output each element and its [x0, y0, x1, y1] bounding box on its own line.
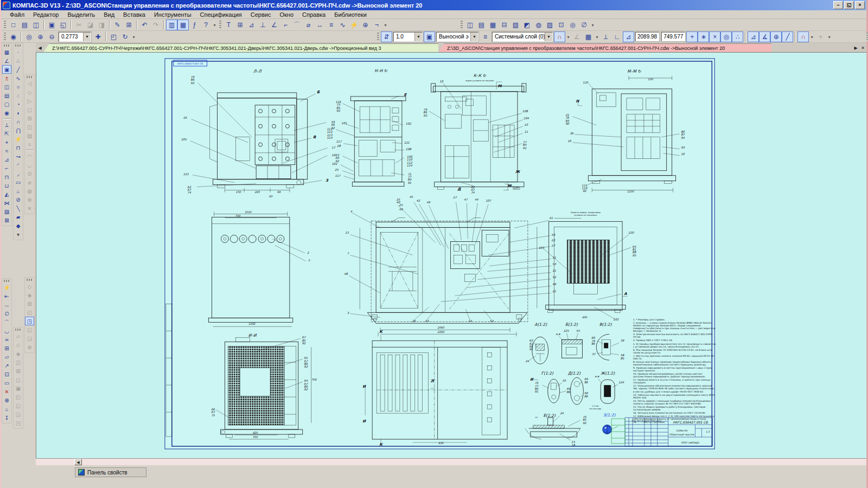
- tool-icon[interactable]: ▾: [14, 230, 23, 239]
- zoom-scale-combo[interactable]: 0.2773 ▼: [59, 32, 91, 42]
- zoom-selected-icon[interactable]: ◉: [8, 31, 19, 42]
- menu-item[interactable]: Файл: [5, 11, 29, 18]
- tool-icon[interactable]: ±: [2, 74, 11, 82]
- menu-item[interactable]: Выделить: [63, 11, 99, 18]
- snap-point-icon[interactable]: ∴: [732, 31, 743, 42]
- spec-remove-icon[interactable]: ⊟: [499, 20, 510, 30]
- scrollbar-track[interactable]: [82, 459, 866, 465]
- tool-icon[interactable]: ◉: [2, 108, 11, 117]
- spec-doc-icon[interactable]: ▨: [544, 20, 556, 30]
- tool-icon[interactable]: ⌂: [14, 187, 23, 195]
- grid-icon[interactable]: ▦: [583, 31, 594, 42]
- spec-list-icon[interactable]: ▤: [476, 20, 487, 30]
- snap-align-icon[interactable]: ╱: [782, 31, 793, 42]
- restore-button[interactable]: ◱: [844, 1, 854, 9]
- menu-item[interactable]: Вставка: [119, 11, 150, 18]
- tool-icon[interactable]: ⇱: [2, 129, 11, 138]
- tool-icon[interactable]: ∩: [14, 117, 23, 126]
- tool-icon[interactable]: ⊗: [2, 396, 11, 404]
- tool-icon[interactable]: ↝: [14, 152, 23, 160]
- snap-center-icon[interactable]: ◎: [720, 31, 732, 42]
- tool-icon[interactable]: ·: [14, 48, 23, 56]
- section-line-icon[interactable]: ¬: [371, 20, 382, 30]
- quick-dimension-icon[interactable]: ⚡: [348, 20, 360, 30]
- tool-icon[interactable]: ≈: [2, 146, 11, 155]
- tool-icon[interactable]: ⇤: [2, 292, 11, 300]
- tool-icon[interactable]: ▤: [2, 91, 11, 100]
- toolbar-grip[interactable]: [377, 33, 379, 41]
- snap-intersection-icon[interactable]: ∗: [698, 31, 709, 42]
- leader-icon[interactable]: ⌐: [280, 20, 291, 30]
- menu-item[interactable]: Библиотеки: [330, 11, 371, 18]
- toolbar-grip[interactable]: [219, 21, 221, 29]
- document-tab-active[interactable]: Z:\3D_ASCON\Станция управления с преобра…: [438, 43, 771, 52]
- tool-icon[interactable]: ∠: [2, 56, 11, 65]
- tab-scroll-right-button[interactable]: ▶: [852, 44, 859, 52]
- wavy-line-icon[interactable]: ∿: [337, 20, 348, 30]
- tile-windows-icon[interactable]: ▦: [177, 20, 189, 30]
- tool-icon[interactable]: ⊘: [14, 195, 23, 204]
- tool-icon[interactable]: ◞: [14, 169, 23, 178]
- tool-icon[interactable]: ∅: [2, 309, 11, 318]
- tool-icon[interactable]: ✕: [2, 387, 11, 396]
- tool-icon[interactable]: ⌖: [2, 138, 11, 146]
- menu-item[interactable]: Редактор: [29, 11, 63, 18]
- tool-icon[interactable]: ⊓: [14, 143, 23, 152]
- close-button[interactable]: ×: [855, 1, 865, 9]
- tool-icon[interactable]: ◜: [14, 160, 23, 169]
- chevron-down-icon[interactable]: ▼: [545, 33, 552, 41]
- text-tool-icon[interactable]: Т: [223, 20, 234, 30]
- toolbar-grip[interactable]: [4, 33, 6, 41]
- drawing-canvas[interactable]: НКГС.656427.001 СБЛ–ЛН–Н ↻К–К ↻экран усл…: [36, 52, 866, 458]
- tool-icon[interactable]: ⋂: [14, 126, 23, 134]
- round-snap-icon[interactable]: ⊿: [623, 31, 634, 42]
- snap-dropdown-icon[interactable]: ▾: [565, 31, 571, 42]
- open-document-icon[interactable]: ▤: [19, 20, 30, 30]
- spec-table-icon[interactable]: ▦: [487, 20, 499, 30]
- toolbar-grip[interactable]: [4, 21, 6, 29]
- layer-combo[interactable]: Системный слой (0) ▼: [492, 32, 553, 42]
- menu-item[interactable]: Справка: [298, 11, 330, 18]
- snap-midpoint-icon[interactable]: ×: [709, 31, 720, 42]
- menu-item[interactable]: Инструменты: [150, 11, 196, 18]
- tool-icon[interactable]: ∴: [14, 56, 23, 65]
- zoom-in-icon[interactable]: ⊕: [35, 31, 46, 42]
- coordinate-y-field[interactable]: 749.577: [661, 32, 685, 41]
- datum-icon[interactable]: ⊥: [257, 20, 269, 30]
- tool-icon[interactable]: ○: [14, 82, 23, 91]
- tool-icon[interactable]: ╱: [14, 65, 23, 74]
- snap-angle-icon[interactable]: ∡: [759, 31, 770, 42]
- local-cs-icon[interactable]: ⟂: [600, 31, 611, 42]
- spec-empty-icon[interactable]: ∅: [578, 20, 590, 30]
- linear-dimension-icon[interactable]: ↔: [314, 20, 326, 30]
- arc-dimension-icon[interactable]: ⌒: [291, 20, 303, 30]
- tool-icon[interactable]: ⊠: [2, 216, 11, 224]
- horizontal-scrollbar[interactable]: ◀: [36, 458, 866, 465]
- new-window-icon[interactable]: ▥: [166, 20, 177, 30]
- spec-edit-icon[interactable]: ▧: [510, 20, 521, 30]
- menu-item[interactable]: Спецификация: [196, 11, 246, 18]
- snap-magnet-icon[interactable]: ∩: [554, 31, 565, 42]
- magnet-dropdown-icon[interactable]: ▾: [809, 31, 815, 42]
- zoom-window-icon[interactable]: ◎: [23, 31, 35, 42]
- tool-icon[interactable]: ⊓: [2, 172, 11, 181]
- tool-icon[interactable]: ▦: [2, 48, 11, 56]
- variables-icon[interactable]: ƒ: [189, 20, 200, 30]
- tool-icon[interactable]: ⊿: [2, 155, 11, 164]
- spec-copy-icon[interactable]: ◩: [521, 20, 533, 30]
- tool-icon[interactable]: ⚡: [2, 283, 11, 292]
- angle-dimension-icon[interactable]: ∠: [269, 20, 280, 30]
- tool-icon[interactable]: ⊞: [2, 344, 11, 352]
- chevron-down-icon[interactable]: ▼: [414, 33, 422, 41]
- tool-icon[interactable]: ↗: [2, 361, 11, 370]
- tool-icon[interactable]: ▭: [2, 378, 11, 387]
- snap-tangent-icon[interactable]: ⊿: [748, 31, 759, 42]
- magnet-icon[interactable]: ∩: [797, 31, 809, 42]
- ortho-icon[interactable]: ∟: [611, 31, 623, 42]
- tool-icon[interactable]: ⚡: [14, 134, 23, 143]
- undo-icon[interactable]: ↶: [139, 20, 150, 30]
- toolbar-options-icon[interactable]: ▾: [131, 31, 137, 42]
- toolbar-options-icon[interactable]: ▾: [382, 20, 388, 30]
- chevron-down-icon[interactable]: ▼: [470, 33, 478, 41]
- layers-icon[interactable]: ≡: [480, 31, 491, 42]
